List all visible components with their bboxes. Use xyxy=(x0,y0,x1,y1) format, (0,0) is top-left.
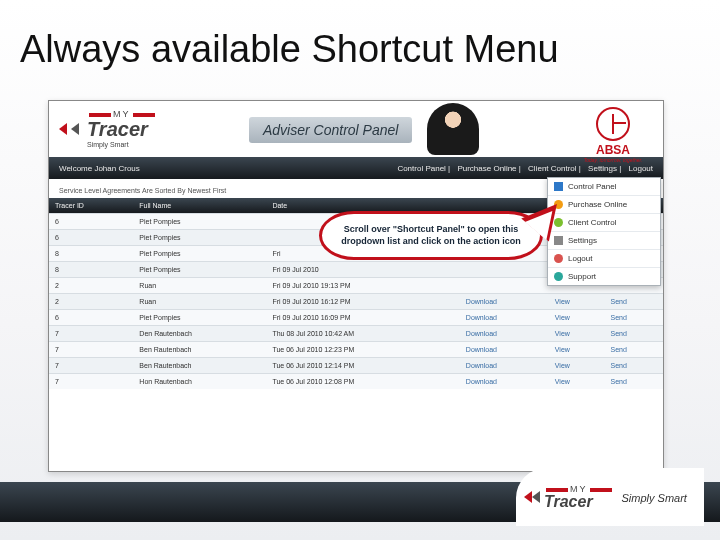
adviser-avatar xyxy=(427,103,479,155)
absa-icon xyxy=(596,107,630,141)
download-link[interactable] xyxy=(460,262,549,278)
dropdown-item[interactable]: Settings xyxy=(548,232,660,250)
table-row[interactable]: 7Den RautenbachThu 08 Jul 2010 10:42 AMD… xyxy=(49,326,663,342)
table-row[interactable]: 7Hon RautenbachTue 06 Jul 2010 12:08 PMD… xyxy=(49,374,663,390)
nav-links: Control Panel | Purchase Online | Client… xyxy=(392,164,653,173)
nav-settings[interactable]: Settings xyxy=(588,164,617,173)
menu-icon xyxy=(554,182,563,191)
send-link[interactable]: Send xyxy=(605,358,663,374)
slide-title: Always available Shortcut Menu xyxy=(20,28,559,71)
dropdown-item[interactable]: Control Panel xyxy=(548,178,660,196)
send-link[interactable]: Send xyxy=(605,342,663,358)
send-link[interactable]: Send xyxy=(605,326,663,342)
nav-client-control[interactable]: Client Control xyxy=(528,164,576,173)
app-header: MY Tracer Simply Smart Adviser Control P… xyxy=(49,101,663,157)
view-link[interactable]: View xyxy=(549,310,605,326)
brand-logo: MY Tracer Simply Smart xyxy=(59,110,157,148)
download-link[interactable]: Download xyxy=(460,342,549,358)
brand-text: MY Tracer Simply Smart xyxy=(87,110,157,148)
app-screenshot: MY Tracer Simply Smart Adviser Control P… xyxy=(48,100,664,472)
download-link[interactable]: Download xyxy=(460,374,549,390)
nav-logout[interactable]: Logout xyxy=(629,164,653,173)
menu-icon xyxy=(554,272,563,281)
footer-brand: MY Tracer Simply Smart xyxy=(516,468,704,526)
col-tracer-id[interactable]: Tracer ID xyxy=(49,198,133,214)
dropdown-item[interactable]: Support xyxy=(548,268,660,285)
download-link[interactable]: Download xyxy=(460,294,549,310)
view-link[interactable]: View xyxy=(549,374,605,390)
callout-bubble: Scroll over "Shortcut Panel" to open thi… xyxy=(319,211,543,260)
download-link[interactable] xyxy=(460,278,549,294)
nav-purchase-online[interactable]: Purchase Online xyxy=(457,164,516,173)
table-row[interactable]: 7Ben RautenbachTue 06 Jul 2010 12:14 PMD… xyxy=(49,358,663,374)
chevron-icon xyxy=(532,491,540,503)
table-row[interactable]: 6Piet PompiesFri 09 Jul 2010 16:09 PMDow… xyxy=(49,310,663,326)
view-link[interactable]: View xyxy=(549,294,605,310)
table-row[interactable]: 2RuanFri 09 Jul 2010 16:12 PMDownloadVie… xyxy=(49,294,663,310)
menu-icon xyxy=(554,236,563,245)
welcome-text: Welcome Johan Crous xyxy=(59,164,140,173)
top-nav-bar: Welcome Johan Crous Control Panel | Purc… xyxy=(49,157,663,179)
panel-title: Adviser Control Panel xyxy=(249,117,412,143)
partner-logo: ABSA Today, tomorrow, together. xyxy=(573,107,653,163)
download-link[interactable]: Download xyxy=(460,310,549,326)
view-link[interactable]: View xyxy=(549,342,605,358)
chevron-icon xyxy=(524,491,532,503)
menu-icon xyxy=(554,254,563,263)
view-link[interactable]: View xyxy=(549,358,605,374)
send-link[interactable]: Send xyxy=(605,294,663,310)
download-link[interactable]: Download xyxy=(460,326,549,342)
chevron-icon xyxy=(71,123,79,135)
download-link[interactable]: Download xyxy=(460,358,549,374)
shortcut-dropdown: Control PanelPurchase OnlineClient Contr… xyxy=(547,177,661,286)
dropdown-item[interactable]: Logout xyxy=(548,250,660,268)
view-link[interactable]: View xyxy=(549,326,605,342)
nav-control-panel[interactable]: Control Panel xyxy=(397,164,445,173)
send-link[interactable]: Send xyxy=(605,374,663,390)
col-full-name[interactable]: Full Name xyxy=(133,198,266,214)
send-link[interactable]: Send xyxy=(605,310,663,326)
table-row[interactable]: 7Ben RautenbachTue 06 Jul 2010 12:23 PMD… xyxy=(49,342,663,358)
slide: Always available Shortcut Menu MY Tracer… xyxy=(0,0,720,540)
chevron-icon xyxy=(59,123,67,135)
